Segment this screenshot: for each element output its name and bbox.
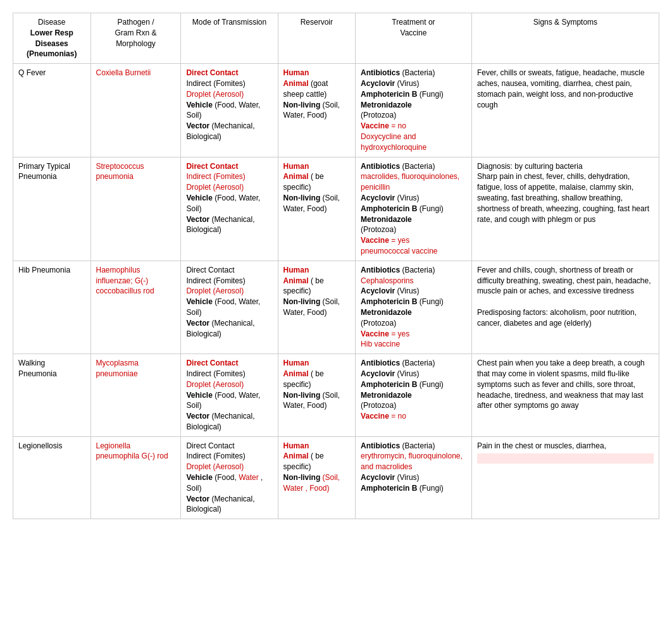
header-treatment: Treatment or Vaccine <box>356 13 472 64</box>
main-table: Disease Lower Resp Diseases (Pneumonias)… <box>13 13 659 519</box>
signs-cell: Fever, chills or sweats, fatigue, headac… <box>471 64 659 157</box>
header-signs: Signs & Symptoms <box>471 13 659 64</box>
pathogen-cell: Streptococcus pneumonia <box>90 157 181 261</box>
header-disease: Disease Lower Resp Diseases (Pneumonias) <box>13 13 91 64</box>
signs-cell: Diagnosis: by culturing bacteria Sharp p… <box>471 157 659 261</box>
disease-cell: Q Fever <box>13 64 91 157</box>
table-row: Hib Pneumonia Haemophilus influenzae; G(… <box>13 261 659 353</box>
signs-cell: Pain in the chest or muscles, diarrhea, <box>471 436 659 519</box>
transmission-cell: Direct Contact Indirect (Fomites) Drople… <box>181 354 278 437</box>
header-transmission: Mode of Transmission <box>181 13 278 64</box>
treatment-cell: Antibiotics (Bacteria) macrolides, fluor… <box>356 157 472 261</box>
reservoir-cell: Human Animal ( be specific) Non-living (… <box>278 261 356 353</box>
transmission-cell: Direct Contact Indirect (Fomites) Drople… <box>181 64 278 157</box>
reservoir-cell: Human Animal (goat sheep cattle) Non-liv… <box>278 64 356 157</box>
disease-cell: Legionellosis <box>13 436 91 519</box>
reservoir-cell: Human Animal ( be specific) Non-living (… <box>278 354 356 437</box>
reservoir-cell: Human Animal ( be specific) Non-living (… <box>278 436 356 519</box>
pathogen-cell: Coxiella Burnetii <box>90 64 181 157</box>
signs-cell: Fever and chills, cough, shortness of br… <box>471 261 659 353</box>
pathogen-cell: Legionella pneumophila G(-) rod <box>90 436 181 519</box>
transmission-cell: Direct Contact Indirect (Fomites) Drople… <box>181 157 278 261</box>
treatment-cell: Antibiotics (Bacteria) Acyclovir (Virus)… <box>356 354 472 437</box>
header-reservoir: Reservoir <box>278 13 356 64</box>
table-row: Legionellosis Legionella pneumophila G(-… <box>13 436 659 519</box>
header-pathogen: Pathogen / Gram Rxn & Morphology <box>90 13 181 64</box>
pathogen-cell: Haemophilus influenzae; G(-) coccobacill… <box>90 261 181 353</box>
reservoir-cell: Human Animal ( be specific) Non-living (… <box>278 157 356 261</box>
table-row: Walking Pneumonia Mycoplasma pneumoniae … <box>13 354 659 437</box>
transmission-cell: Direct Contact Indirect (Fomites) Drople… <box>181 261 278 353</box>
disease-cell: Primary Typical Pneumonia <box>13 157 91 261</box>
treatment-cell: Antibiotics (Bacteria) erythromycin, flu… <box>356 436 472 519</box>
pathogen-cell: Mycoplasma pneumoniae <box>90 354 181 437</box>
signs-cell: Chest pain when you take a deep breath, … <box>471 354 659 437</box>
treatment-cell: Antibiotics (Bacteria) Acyclovir (Virus)… <box>356 64 472 157</box>
disease-cell: Hib Pneumonia <box>13 261 91 353</box>
transmission-cell: Direct Contact Indirect (Fomites) Drople… <box>181 436 278 519</box>
treatment-cell: Antibiotics (Bacteria) Cephalosporins Ac… <box>356 261 472 353</box>
table-row: Primary Typical Pneumonia Streptococcus … <box>13 157 659 261</box>
disease-cell: Walking Pneumonia <box>13 354 91 437</box>
table-row: Q Fever Coxiella Burnetii Direct Contact… <box>13 64 659 157</box>
